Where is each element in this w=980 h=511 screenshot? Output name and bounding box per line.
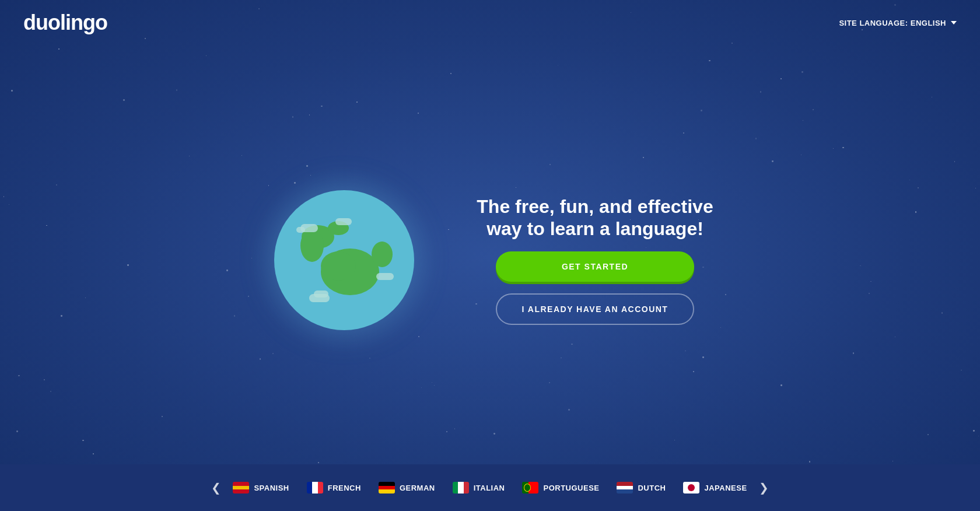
globe [274, 190, 414, 330]
lang-label-de: GERMAN [400, 484, 435, 492]
flag-fr [307, 482, 323, 494]
lang-label-es: SPANISH [254, 484, 289, 492]
svg-rect-11 [376, 273, 394, 280]
lang-item-ja[interactable]: JAPANESE [683, 482, 747, 494]
lang-label-nl: DUTCH [638, 484, 666, 492]
main-content: The free, fun, and effective way to lear… [0, 46, 980, 475]
flag-ja [683, 482, 699, 494]
lang-label-fr: FRENCH [328, 484, 361, 492]
logo: duolingo [23, 10, 107, 35]
lang-label-pt: PORTUGUESE [543, 484, 599, 492]
footer-language-bar: ❮ SPANISHFRENCHGERMANITALIANPORTUGUESEDU… [0, 464, 980, 511]
lang-item-es[interactable]: SPANISH [233, 482, 289, 494]
flag-es [233, 482, 249, 494]
svg-point-7 [321, 251, 356, 281]
flag-it [453, 482, 469, 494]
chevron-down-icon [951, 21, 957, 24]
flag-nl [617, 482, 633, 494]
svg-rect-5 [335, 218, 352, 225]
flag-de [379, 482, 395, 494]
svg-rect-9 [314, 290, 328, 298]
language-list: SPANISHFRENCHGERMANITALIANPORTUGUESEDUTC… [233, 482, 747, 494]
lang-item-fr[interactable]: FRENCH [307, 482, 361, 494]
lang-item-it[interactable]: ITALIAN [453, 482, 505, 494]
header: duolingo SITE LANGUAGE: ENGLISH [0, 0, 980, 46]
lang-item-de[interactable]: GERMAN [379, 482, 435, 494]
lang-label-ja: JAPANESE [704, 484, 747, 492]
next-language-arrow[interactable]: ❯ [747, 481, 780, 495]
lang-label-it: ITALIAN [474, 484, 505, 492]
svg-point-1 [300, 229, 324, 262]
lang-item-nl[interactable]: DUTCH [617, 482, 666, 494]
prev-language-arrow[interactable]: ❮ [200, 481, 233, 495]
svg-point-10 [372, 242, 393, 267]
lang-item-pt[interactable]: PORTUGUESE [522, 482, 599, 494]
svg-rect-3 [296, 227, 305, 233]
site-language-selector[interactable]: SITE LANGUAGE: ENGLISH [839, 19, 957, 27]
get-started-button[interactable]: GET STARTED [496, 251, 694, 282]
site-language-label: SITE LANGUAGE: ENGLISH [839, 19, 946, 27]
flag-pt [522, 482, 538, 494]
login-button[interactable]: I ALREADY HAVE AN ACCOUNT [496, 293, 694, 325]
globe-container [262, 178, 426, 342]
tagline: The free, fun, and effective way to lear… [473, 195, 718, 240]
cta-area: The free, fun, and effective way to lear… [473, 195, 718, 326]
